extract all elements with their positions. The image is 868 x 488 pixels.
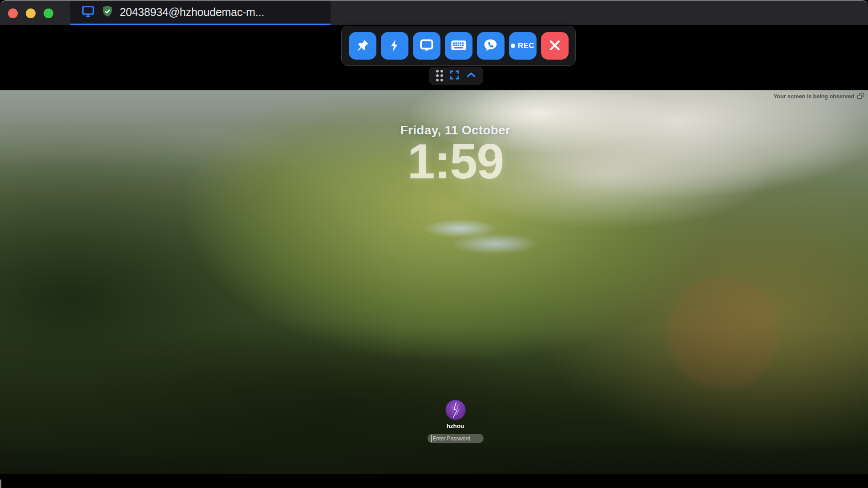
- record-dot-icon: REC: [511, 41, 534, 50]
- keyboard-icon: [451, 38, 467, 54]
- traffic-light-close-button[interactable]: [8, 8, 18, 18]
- password-field-wrap: [428, 434, 484, 443]
- monitor-icon: [419, 38, 434, 54]
- traffic-light-zoom-button[interactable]: [44, 8, 53, 18]
- window-resize-edge: [0, 480, 1, 488]
- title-bar: 20438934@hzhoudemac-m...: [0, 0, 868, 25]
- lock-screen-clock: 1:59: [407, 137, 503, 186]
- drag-dots-icon[interactable]: [436, 70, 443, 81]
- chevron-up-icon[interactable]: [466, 70, 476, 81]
- voice-call-toolbar-button[interactable]: [477, 32, 505, 60]
- record-toolbar-button[interactable]: REC: [509, 32, 537, 60]
- close-x-icon: [548, 39, 561, 53]
- keyboard-toolbar-button[interactable]: [445, 32, 472, 60]
- pin-toolbar-button[interactable]: [349, 32, 376, 60]
- lens-flare: [663, 273, 783, 393]
- user-avatar[interactable]: [445, 400, 465, 420]
- session-tab[interactable]: 20438934@hzhoudemac-m...: [70, 1, 331, 25]
- pushpin-icon: [355, 38, 370, 54]
- shield-check-icon: [101, 4, 114, 20]
- lightning-icon: [388, 38, 401, 54]
- fullscreen-icon[interactable]: [449, 69, 460, 82]
- phone-bubble-icon: [483, 38, 498, 54]
- session-tab-title: 20438934@hzhoudemac-m...: [120, 6, 264, 19]
- remote-control-toolbar: REC: [341, 26, 576, 66]
- screen-mirroring-icon: [857, 93, 864, 101]
- disconnect-toolbar-button[interactable]: [541, 32, 569, 60]
- record-dot: [511, 44, 515, 48]
- password-input[interactable]: [428, 434, 484, 443]
- remote-desktop-window: 20438934@hzhoudemac-m...: [0, 0, 868, 488]
- boost-toolbar-button[interactable]: [381, 32, 408, 60]
- toolbar-handle-bar: [429, 67, 483, 85]
- display-toolbar-button[interactable]: [413, 32, 440, 60]
- display-icon: [81, 5, 95, 20]
- record-label: REC: [518, 41, 534, 50]
- screen-observed-notice: Your screen is being observed: [774, 93, 864, 101]
- lock-screen-username: hzhou: [447, 423, 464, 429]
- text-caret: [431, 435, 432, 442]
- remote-desktop-wallpaper: Your screen is being observed Friday, 11…: [0, 90, 868, 474]
- screen-observed-text: Your screen is being observed: [774, 93, 854, 100]
- traffic-light-minimize-button[interactable]: [26, 8, 36, 18]
